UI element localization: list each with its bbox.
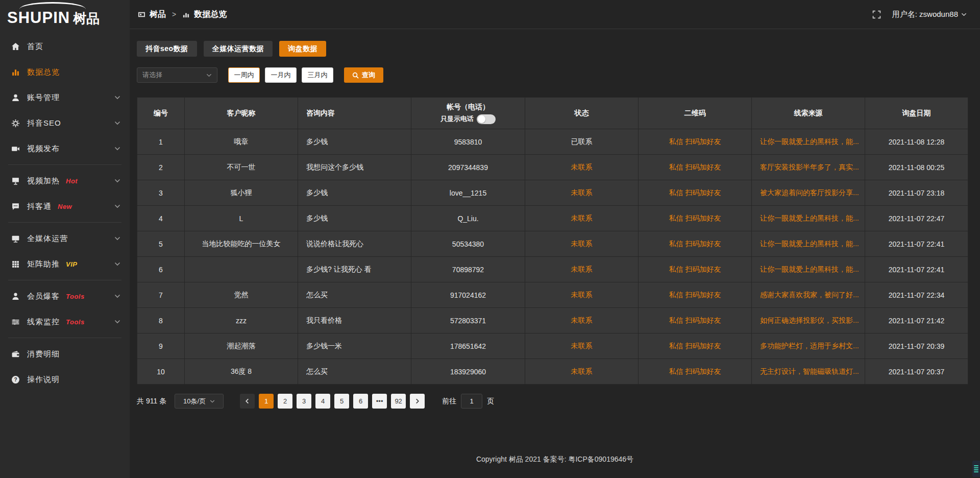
sidebar-badge: Tools <box>66 318 85 326</box>
cell-source[interactable]: 多功能护栏灯，适用于乡村文... <box>752 333 865 359</box>
toggle-knob <box>478 115 485 123</box>
sidebar-item-media-ops[interactable]: 全媒体运营 <box>0 226 130 251</box>
cell-source[interactable]: 让你一眼就爱上的黑科技，能... <box>752 206 865 231</box>
sidebar-item-label: 视频加热 <box>27 176 60 186</box>
breadcrumb-item-brand[interactable]: 树品 <box>150 9 166 20</box>
topbar: 树品 > 数据总览 用户名: zswodun88 <box>130 0 980 29</box>
cell-content: 我只看价格 <box>298 308 411 333</box>
page-button-2[interactable]: 2 <box>278 394 292 409</box>
cell-date: 2021-11-07 22:41 <box>865 231 968 257</box>
grid-icon <box>10 259 20 269</box>
sidebar-item-label: 账号管理 <box>27 93 60 103</box>
sidebar-item-douyin-seo[interactable]: 抖音SEO <box>0 110 130 136</box>
search-button[interactable]: 查询 <box>344 67 383 83</box>
breadcrumb: 树品 > 数据总览 <box>138 9 227 20</box>
phone-only-toggle[interactable] <box>477 114 496 124</box>
page-button-5[interactable]: 5 <box>334 394 349 409</box>
gear-icon <box>10 118 20 128</box>
video-icon <box>10 144 20 153</box>
cell-nickname: 觉然 <box>185 282 298 308</box>
cell-date: 2021-11-07 20:37 <box>865 359 968 385</box>
page-size-select[interactable]: 10条/页 <box>175 394 224 409</box>
next-page-button[interactable] <box>410 394 425 409</box>
page-size-label: 10条/页 <box>183 397 206 406</box>
cell-qrcode[interactable]: 私信 扫码加好友 <box>639 129 752 155</box>
cell-account: 572803371 <box>411 308 525 333</box>
cell-no: 8 <box>137 308 185 333</box>
sidebar-item-video-publish[interactable]: 视频发布 <box>0 136 130 161</box>
sidebar-item-expense[interactable]: 消费明细 <box>0 341 130 367</box>
chat-icon <box>10 202 20 211</box>
cell-qrcode[interactable]: 私信 扫码加好友 <box>639 308 752 333</box>
cell-qrcode[interactable]: 私信 扫码加好友 <box>639 333 752 359</box>
col-header-5: 二维码 <box>639 98 752 129</box>
page-button-3[interactable]: 3 <box>297 394 311 409</box>
sidebar-item-help[interactable]: ?操作说明 <box>0 367 130 392</box>
col-header-0: 编号 <box>137 98 185 129</box>
cell-source[interactable]: 被大家追着问的客厅投影分享... <box>752 180 865 206</box>
cell-source[interactable]: 让你一眼就爱上的黑科技，能... <box>752 129 865 155</box>
cell-account: 9583810 <box>411 129 525 155</box>
cell-source[interactable]: 无主灯设计，智能磁吸轨道灯... <box>752 359 865 385</box>
home-icon <box>10 42 20 51</box>
app-root: SHUPIN 树品 首页数据总览账号管理抖音SEO视频发布视频加热Hot抖客通N… <box>0 0 980 478</box>
sidebar-item-video-heat[interactable]: 视频加热Hot <box>0 168 130 194</box>
tab-0[interactable]: 抖音seo数据 <box>137 41 197 57</box>
cell-nickname: 当地比较能吃的一位美女 <box>185 231 298 257</box>
period-button-2[interactable]: 三月内 <box>302 67 333 83</box>
table-row: 2不可一世我想问这个多少钱2097344839未联系私信 扫码加好友客厅安装投影… <box>137 155 968 180</box>
goto-page-input[interactable] <box>461 394 482 409</box>
sidebar-item-home[interactable]: 首页 <box>0 34 130 59</box>
cell-source[interactable]: 让你一眼就爱上的黑科技，能... <box>752 231 865 257</box>
cell-source[interactable]: 如何正确选择投影仪，买投影... <box>752 308 865 333</box>
sidebar-divider <box>8 338 121 338</box>
table-header-row: 编号客户昵称咨询内容帐号（电话）只显示电话状态二维码线索来源询盘日期 <box>137 98 968 129</box>
sidebar-badge: Tools <box>66 293 85 300</box>
period-button-0[interactable]: 一周内 <box>228 67 260 83</box>
table-body: 1哦章多少钱9583810已联系私信 扫码加好友让你一眼就爱上的黑科技，能...… <box>137 129 968 385</box>
cell-content: 我想问这个多少钱 <box>298 155 411 180</box>
content: 抖音seo数据全媒体运营数据询盘数据 请选择 一周内一月内三月内 查询 编 <box>130 29 980 441</box>
cell-qrcode[interactable]: 私信 扫码加好友 <box>639 282 752 308</box>
table-row: 3狐小狸多少钱love__1215未联系私信 扫码加好友被大家追着问的客厅投影分… <box>137 180 968 206</box>
fullscreen-icon[interactable] <box>872 10 881 19</box>
floating-widget[interactable] <box>972 461 980 477</box>
prev-page-button[interactable] <box>240 394 255 409</box>
period-button-1[interactable]: 一月内 <box>265 67 297 83</box>
cell-date: 2021-11-07 22:41 <box>865 257 968 282</box>
page-button-1[interactable]: 1 <box>259 394 274 409</box>
cell-no: 5 <box>137 231 185 257</box>
cell-source[interactable]: 感谢大家喜欢我家，被问了好... <box>752 282 865 308</box>
sidebar-item-account[interactable]: 账号管理 <box>0 85 130 110</box>
cell-source[interactable]: 客厅安装投影半年多了，真实... <box>752 155 865 180</box>
chevron-down-icon <box>114 293 120 299</box>
sidebar-item-label: 抖音SEO <box>27 118 61 128</box>
tab-2[interactable]: 询盘数据 <box>279 41 326 57</box>
sidebar-item-clue-monitor[interactable]: 线索监控Tools <box>0 309 130 334</box>
page-ellipsis-button[interactable]: ••• <box>372 394 387 409</box>
cell-qrcode[interactable]: 私信 扫码加好友 <box>639 155 752 180</box>
filter-select[interactable]: 请选择 <box>137 67 217 83</box>
sidebar-item-douketong[interactable]: 抖客通New <box>0 194 130 219</box>
sidebar-item-member-burst[interactable]: 会员爆客Tools <box>0 283 130 309</box>
tab-1[interactable]: 全媒体运营数据 <box>204 41 273 57</box>
goto-label: 前往 <box>442 397 456 406</box>
page-button-6[interactable]: 6 <box>353 394 368 409</box>
cell-date: 2021-11-08 00:25 <box>865 155 968 180</box>
page-button-4[interactable]: 4 <box>315 394 330 409</box>
col-header-7: 询盘日期 <box>865 98 968 129</box>
sidebar-item-overview[interactable]: 数据总览 <box>0 59 130 85</box>
cell-source[interactable]: 让你一眼就爱上的黑科技，能... <box>752 257 865 282</box>
page-button-92[interactable]: 92 <box>391 394 406 409</box>
goto-unit: 页 <box>487 397 494 406</box>
sidebar-divider <box>8 280 121 280</box>
cell-qrcode[interactable]: 私信 扫码加好友 <box>639 180 752 206</box>
sidebar-item-matrix-boost[interactable]: 矩阵助推VIP <box>0 251 130 277</box>
cell-nickname: 潮起潮落 <box>185 333 298 359</box>
cell-qrcode[interactable]: 私信 扫码加好友 <box>639 206 752 231</box>
cell-qrcode[interactable]: 私信 扫码加好友 <box>639 231 752 257</box>
cell-qrcode[interactable]: 私信 扫码加好友 <box>639 359 752 385</box>
table-row: 5当地比较能吃的一位美女说说价格让我死心50534380未联系私信 扫码加好友让… <box>137 231 968 257</box>
user-menu[interactable]: 用户名: zswodun88 <box>892 10 967 19</box>
cell-qrcode[interactable]: 私信 扫码加好友 <box>639 257 752 282</box>
